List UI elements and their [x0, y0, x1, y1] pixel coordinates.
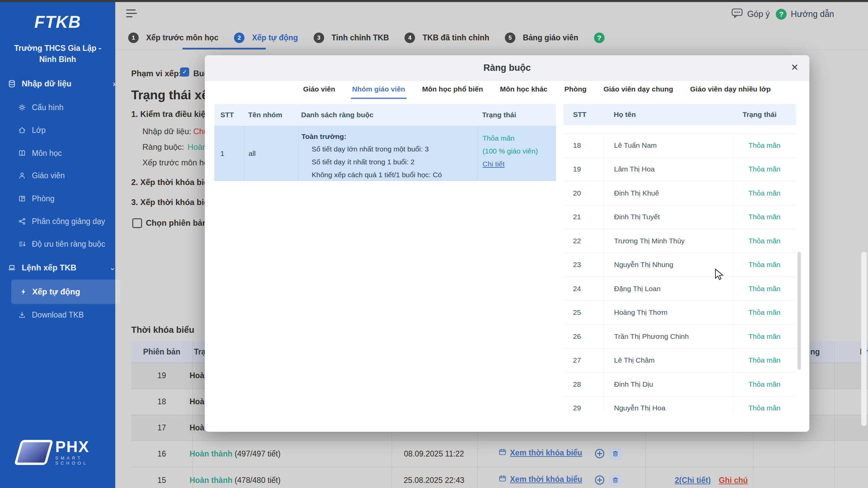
mouse-cursor — [715, 268, 726, 282]
group-name: all — [244, 126, 298, 181]
row-border — [131, 467, 868, 467]
status-cell: Hoà — [190, 423, 204, 432]
sidebar-item-phong[interactable]: Phòng — [0, 192, 133, 205]
modal-title: Ràng buộc — [205, 55, 809, 80]
timetable-heading: Thời khóa biểu — [131, 325, 194, 335]
view-timetable-link[interactable]: Xem thời khóa biểu — [498, 474, 582, 484]
feedback-button[interactable]: Góp ý — [731, 8, 770, 21]
app-logo: FTKB — [0, 12, 115, 32]
scope-checkbox[interactable]: ✓ — [180, 67, 189, 77]
status-badge: Thỏa mãn — [733, 261, 796, 269]
phx-footer-logo: PHX SMART SCHOOL — [18, 439, 115, 466]
chevron-down-icon: ⌄ — [110, 263, 116, 272]
constraint-list: Toàn trường: Số tiết dạy lớn nhất trong … — [298, 126, 477, 181]
active-step-underline — [182, 48, 266, 49]
step-4[interactable]: 4 TKB đã tinh chỉnh — [405, 33, 489, 43]
group-table-row[interactable]: 1 all Toàn trường: Số tiết dạy lớn nhất … — [214, 126, 556, 181]
column-header-version: Phiên bản — [131, 341, 192, 363]
step-1[interactable]: 1 Xếp trước môn học — [128, 33, 218, 43]
delete-version-button[interactable] — [609, 448, 622, 460]
date-cell: 25.08.2025 22:43 — [393, 476, 475, 485]
teacher-row[interactable]: 26Trần Thị Phương ChinhThỏa mãn — [564, 325, 796, 349]
wizard-steps: 1 Xếp trước môn học 2 Xếp tự động 3 Tinh… — [115, 26, 868, 50]
teacher-row[interactable]: 23Nguyễn Thị NhungThỏa mãn — [564, 253, 796, 277]
tab-giao-vien-day-nhieu-lop[interactable]: Giáo viên dạy nhiều lớp — [689, 85, 772, 99]
share-icon — [18, 217, 26, 225]
sidebar-item-mon-hoc[interactable]: Môn học — [0, 146, 133, 160]
teacher-table-header: STT Họ tên Trạng thái — [564, 104, 796, 125]
phx-logo-icon — [14, 440, 53, 465]
tab-giao-vien-day-chung[interactable]: Giáo viên dạy chung — [602, 85, 674, 99]
sidebar-item-giao-vien[interactable]: Giáo viên — [0, 169, 133, 182]
teacher-row[interactable]: 27Lê Thị ChâmThỏa mãn — [564, 349, 796, 373]
sidebar-item-nhap-du-lieu[interactable]: Nhập dữ liệu › — [0, 77, 123, 90]
status-badge: Thỏa mãn — [733, 404, 796, 412]
conflict-detail-link[interactable]: 2(Chi tiết) — [675, 476, 711, 485]
status-badge: Thỏa mãn — [733, 332, 796, 341]
close-icon[interactable]: ✕ — [791, 62, 798, 73]
sidebar: FTKB Trường THCS Gia Lập - Ninh Bình Nhậ… — [0, 0, 115, 488]
steps-help-icon[interactable]: ? — [594, 33, 605, 43]
sidebar-item-download-tkb[interactable]: Download TKB — [0, 308, 133, 322]
teacher-row[interactable]: 22Trương Thị Minh ThúyThỏa mãn — [564, 229, 796, 253]
sidebar-item-xep-tu-dong[interactable]: Xếp tự động — [11, 280, 120, 304]
sidebar-item-lenh-xep-tkb[interactable]: Lệnh xếp TKB ⌄ — [0, 261, 123, 274]
teacher-row[interactable]: 19Lâm Thị HoaThỏa mãn — [564, 158, 796, 182]
teacher-row[interactable]: 21Đinh Thị TuyếtThỏa mãn — [564, 205, 796, 229]
sidebar-item-lop[interactable]: Lớp — [0, 123, 133, 137]
scope-label: Phạm vi xếp: — [131, 69, 181, 78]
status-badge: Thỏa mãn — [733, 189, 796, 197]
version-cell: 16 — [131, 449, 192, 459]
status-percentage: (100 % giáo viên) — [482, 145, 556, 158]
room-icon — [18, 195, 26, 203]
step-3[interactable]: 3 Tinh chỉnh TKB — [314, 33, 389, 43]
version-cell: 17 — [131, 423, 192, 432]
gear-icon — [18, 103, 26, 111]
add-version-button[interactable] — [594, 474, 605, 487]
status-badge: Thỏa mãn — [733, 356, 796, 364]
page-scrollbar[interactable] — [861, 252, 867, 426]
database-icon — [8, 80, 16, 88]
add-version-button[interactable] — [594, 448, 605, 461]
calendar-icon — [498, 448, 507, 458]
teacher-row[interactable]: 24Đặng Thị LoanThỏa mãn — [564, 277, 796, 301]
group-stt: 1 — [214, 126, 244, 181]
tab-phong[interactable]: Phòng — [563, 85, 588, 99]
detail-link[interactable]: Chi tiết — [482, 158, 556, 170]
status-badge: Thỏa mãn — [733, 308, 796, 317]
tab-giao-vien[interactable]: Giáo viên — [302, 85, 337, 99]
step-5[interactable]: 5 Bảng giáo viên — [505, 33, 578, 43]
step-2[interactable]: 2 Xếp tự động — [234, 33, 298, 43]
note-link[interactable]: Ghi chú — [719, 476, 748, 485]
delete-version-button[interactable] — [609, 474, 622, 486]
sidebar-item-cau-hinh[interactable]: Cấu hình — [0, 101, 133, 114]
version-checkbox[interactable] — [132, 218, 142, 228]
teacher-row[interactable]: 28Đinh Thị DịuThỏa mãn — [564, 372, 796, 396]
chevron-right-icon: › — [113, 79, 116, 89]
bolt-icon — [19, 288, 27, 296]
sidebar-item-do-uu-tien[interactable]: Độ ưu tiên ràng buộc — [0, 237, 133, 251]
tab-mon-hoc-pho-bien[interactable]: Môn học phổ biến — [421, 85, 485, 99]
sidebar-item-phan-cong[interactable]: Phân công giảng dạy — [0, 215, 133, 228]
person-icon — [18, 171, 26, 180]
status-badge: Thỏa mãn — [733, 141, 796, 149]
help-button[interactable]: ? Hướng dẫn — [776, 9, 834, 20]
tab-mon-hoc-khac[interactable]: Môn học khác — [499, 85, 549, 99]
field-label: Xếp trước môn học: — [142, 158, 215, 167]
status-badge: Thỏa mãn — [733, 237, 796, 245]
status-cell: Hoàn thành (478/480 tiết) — [190, 476, 280, 485]
sidebar-toggle-icon[interactable] — [126, 9, 138, 18]
teacher-row[interactable]: 29Nguyễn Thị HoaThỏa mãn — [564, 396, 796, 413]
teacher-row[interactable]: 20Đinh Thị KhuêThỏa mãn — [564, 181, 796, 205]
tab-nhom-giao-vien[interactable]: Nhóm giáo viên — [351, 85, 407, 99]
teacher-row[interactable]: 18Lê Tuấn NamThỏa mãn — [564, 134, 796, 158]
comment-icon — [731, 8, 743, 21]
view-timetable-link[interactable]: Xem thời khóa biểu — [498, 448, 582, 458]
field-label: Ràng buộc: — [142, 142, 184, 152]
window-top-strip — [0, 0, 868, 2]
teacher-table-scrollbar[interactable] — [797, 252, 801, 370]
teacher-row[interactable]: 25Hoàng Thị ThơmThỏa mãn — [564, 301, 796, 325]
download-icon — [18, 311, 26, 319]
column-header-fragment: ng — [810, 341, 820, 363]
group-table-header: STT Tên nhóm Danh sách ràng buộc Trạng t… — [214, 104, 556, 126]
